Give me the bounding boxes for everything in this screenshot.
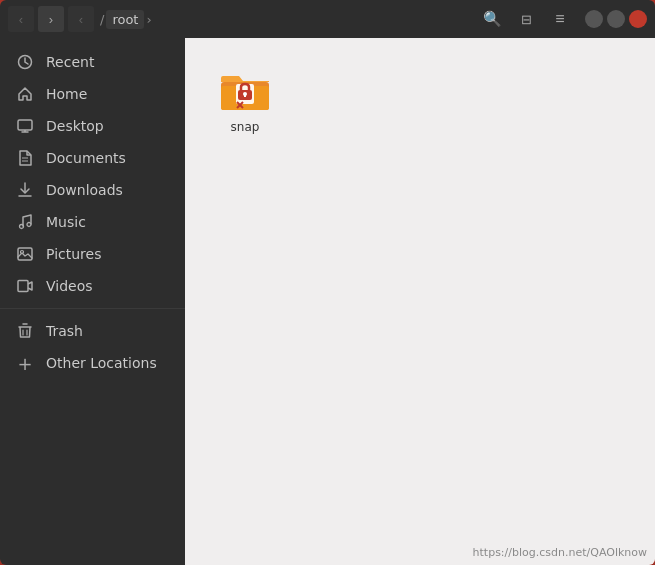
videos-icon xyxy=(16,277,34,295)
menu-button[interactable]: ≡ xyxy=(547,6,573,32)
view-icon: ⊟ xyxy=(521,12,532,27)
svg-point-8 xyxy=(20,225,24,229)
file-name-snap: snap xyxy=(231,120,260,134)
status-text: https://blog.csdn.net/QAOlknow xyxy=(473,546,647,559)
path-bar: / root › xyxy=(100,10,152,29)
close-button[interactable]: ✕ xyxy=(629,10,647,28)
view-toggle-button[interactable]: ⊟ xyxy=(513,6,539,32)
sidebar-item-videos[interactable]: Videos xyxy=(0,270,185,302)
window-controls: — □ ✕ xyxy=(585,10,647,28)
pictures-icon xyxy=(16,245,34,263)
sidebar-label-home: Home xyxy=(46,86,87,102)
sidebar-label-videos: Videos xyxy=(46,278,93,294)
file-item-snap[interactable]: snap xyxy=(205,58,285,140)
search-button[interactable]: 🔍 xyxy=(479,6,505,32)
titlebar: ‹ › ‹ / root › 🔍 ⊟ ≡ — □ ✕ xyxy=(0,0,655,38)
documents-icon xyxy=(16,149,34,167)
sidebar-item-downloads[interactable]: Downloads xyxy=(0,174,185,206)
minimize-button[interactable]: — xyxy=(585,10,603,28)
sidebar-item-desktop[interactable]: Desktop xyxy=(0,110,185,142)
maximize-button[interactable]: □ xyxy=(607,10,625,28)
path-segment-root[interactable]: root xyxy=(106,10,144,29)
nav-controls: ‹ › ‹ xyxy=(8,6,94,32)
file-grid: snap xyxy=(205,58,635,140)
desktop-icon xyxy=(16,117,34,135)
downloads-icon xyxy=(16,181,34,199)
sidebar-label-other: Other Locations xyxy=(46,355,157,371)
sidebar-item-documents[interactable]: Documents xyxy=(0,142,185,174)
sidebar-item-home[interactable]: Home xyxy=(0,78,185,110)
recent-icon xyxy=(16,53,34,71)
folder-icon-snap xyxy=(219,64,271,116)
status-bar: https://blog.csdn.net/QAOlknow xyxy=(473,546,647,559)
svg-rect-12 xyxy=(18,281,28,292)
sidebar-item-trash[interactable]: Trash xyxy=(0,315,185,347)
sidebar-label-trash: Trash xyxy=(46,323,83,339)
sidebar-divider xyxy=(0,308,185,309)
path-separator: / xyxy=(100,12,104,27)
path-arrow: › xyxy=(146,12,151,27)
svg-rect-1 xyxy=(18,120,32,130)
trash-icon xyxy=(16,322,34,340)
forward-button[interactable]: › xyxy=(38,6,64,32)
sidebar-label-downloads: Downloads xyxy=(46,182,123,198)
search-icon: 🔍 xyxy=(483,10,502,28)
sidebar-label-music: Music xyxy=(46,214,86,230)
file-manager-window: ‹ › ‹ / root › 🔍 ⊟ ≡ — □ ✕ xyxy=(0,0,655,565)
sidebar-item-recent[interactable]: Recent xyxy=(0,46,185,78)
sidebar-label-recent: Recent xyxy=(46,54,94,70)
music-icon xyxy=(16,213,34,231)
file-area: snap https://blog.csdn.net/QAOlknow xyxy=(185,38,655,565)
sidebar-item-other[interactable]: + Other Locations xyxy=(0,347,185,379)
sidebar-label-documents: Documents xyxy=(46,150,126,166)
sidebar: Recent Home Desktop xyxy=(0,38,185,565)
back-button[interactable]: ‹ xyxy=(8,6,34,32)
up-button[interactable]: ‹ xyxy=(68,6,94,32)
svg-rect-20 xyxy=(244,94,246,97)
svg-point-9 xyxy=(27,223,31,227)
main-content: Recent Home Desktop xyxy=(0,38,655,565)
hamburger-icon: ≡ xyxy=(555,10,564,28)
titlebar-actions: 🔍 ⊟ ≡ — □ ✕ xyxy=(479,6,647,32)
sidebar-item-pictures[interactable]: Pictures xyxy=(0,238,185,270)
other-locations-icon: + xyxy=(16,354,34,372)
home-icon xyxy=(16,85,34,103)
sidebar-item-music[interactable]: Music xyxy=(0,206,185,238)
sidebar-label-desktop: Desktop xyxy=(46,118,104,134)
sidebar-label-pictures: Pictures xyxy=(46,246,101,262)
